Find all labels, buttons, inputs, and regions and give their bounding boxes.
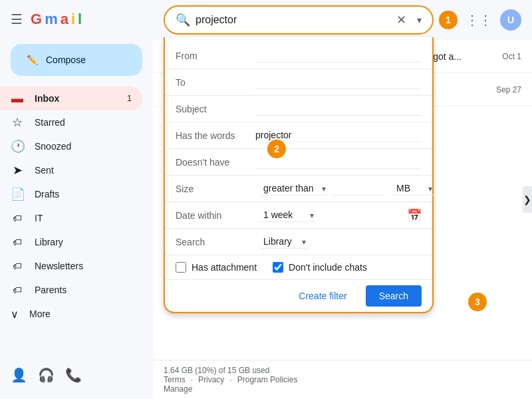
- manage-link[interactable]: Manage: [164, 384, 192, 394]
- parents-label: Parents: [35, 285, 132, 295]
- sidebar-item-snoozed[interactable]: 🕐 Snoozed: [0, 134, 142, 158]
- sent-icon: ➤: [11, 163, 24, 178]
- email-date: Oct 1: [502, 52, 521, 61]
- from-input[interactable]: [255, 49, 422, 63]
- library-icon: 🏷: [11, 237, 24, 247]
- sidebar-item-drafts[interactable]: 📄 Drafts: [0, 182, 142, 206]
- inbox-icon: ▬: [11, 92, 24, 106]
- drafts-icon: 📄: [11, 187, 24, 201]
- from-row: From: [165, 43, 432, 69]
- search-panel: From To Subject Has the words: [164, 37, 434, 313]
- storage-text: 1.64 GB (10%) of 15 GB used: [164, 366, 269, 375]
- inbox-badge: 1: [127, 94, 132, 103]
- it-icon: 🏷: [11, 213, 24, 223]
- no-chats-label: Don't include chats: [289, 262, 367, 273]
- chat-icon[interactable]: 🎧: [38, 367, 55, 383]
- sidebar-item-starred[interactable]: ☆ Starred: [0, 110, 142, 134]
- to-label: To: [176, 77, 255, 88]
- calendar-icon[interactable]: 📅: [407, 208, 422, 223]
- parents-icon: 🏷: [11, 285, 24, 295]
- sidebar-item-library[interactable]: 🏷 Library: [0, 230, 142, 254]
- search-in-wrapper: All Mail Inbox Starred Sent Drafts Libra…: [261, 235, 307, 249]
- it-label: IT: [35, 213, 132, 223]
- apps-icon[interactable]: ⋮⋮: [463, 9, 495, 31]
- size-unit-wrapper: MB KB Bytes: [394, 182, 434, 196]
- search-in-row: Search All Mail Inbox Starred Sent Draft…: [165, 229, 432, 255]
- size-unit-select[interactable]: MB KB Bytes: [394, 182, 434, 196]
- date-label: Date within: [176, 210, 255, 221]
- search-button[interactable]: Search: [366, 285, 422, 307]
- newsletters-label: Newsletters: [35, 261, 132, 271]
- from-label: From: [176, 51, 255, 61]
- search-in-label: Search: [176, 237, 255, 247]
- logo-a: a: [61, 11, 68, 28]
- has-words-row: Has the words: [165, 122, 432, 149]
- no-chats-item[interactable]: Don't include chats: [273, 262, 367, 273]
- terms-link[interactable]: Terms: [164, 375, 186, 384]
- meet-icon[interactable]: 📞: [65, 367, 82, 383]
- star-icon: ☆: [11, 115, 24, 130]
- size-row: Size greater than less than MB KB Bytes: [165, 176, 432, 202]
- inbox-label: Inbox: [35, 93, 116, 104]
- has-attachment-label: Has attachment: [192, 262, 257, 273]
- size-label: Size: [176, 184, 255, 194]
- more-label: More: [29, 309, 51, 319]
- drafts-label: Drafts: [35, 189, 132, 200]
- gmail-logo: Gmail: [31, 11, 82, 28]
- size-comparison-select[interactable]: greater than less than: [261, 182, 327, 196]
- doesnt-have-input[interactable]: [255, 155, 422, 169]
- hamburger-icon[interactable]: ☰: [11, 11, 23, 27]
- doesnt-have-row: Doesn't have: [165, 149, 432, 176]
- create-filter-button[interactable]: Create filter: [288, 285, 357, 307]
- snoozed-label: Snoozed: [35, 141, 132, 152]
- more-button[interactable]: ∨ More: [0, 302, 153, 326]
- sidebar-item-newsletters[interactable]: 🏷 Newsletters: [0, 254, 142, 278]
- user-avatar[interactable]: U: [500, 9, 521, 31]
- has-attachment-item[interactable]: Has attachment: [176, 262, 257, 273]
- logo-l: l: [78, 11, 82, 28]
- topbar-right: 1 ⋮⋮ U: [439, 9, 521, 31]
- scroll-handle[interactable]: ❯: [523, 186, 532, 213]
- size-comparison-wrapper: greater than less than: [261, 182, 327, 196]
- annotation-1: 1: [439, 11, 458, 29]
- size-value-input[interactable]: [332, 182, 386, 196]
- sidebar-item-inbox[interactable]: ▬ Inbox 1: [0, 86, 142, 110]
- subject-input[interactable]: [255, 102, 422, 116]
- library-label: Library: [35, 237, 132, 247]
- date-row: Date within 1 day 3 days 1 week 2 weeks …: [165, 202, 432, 229]
- search-dropdown-icon[interactable]: ▾: [412, 12, 427, 28]
- sidebar-footer: 👤 🎧 📞: [0, 356, 153, 394]
- no-chats-checkbox[interactable]: [273, 262, 283, 273]
- search-input[interactable]: [196, 14, 391, 26]
- date-select[interactable]: 1 day 3 days 1 week 2 weeks 1 month 2 mo…: [261, 208, 315, 222]
- privacy-link[interactable]: Privacy: [198, 375, 224, 384]
- to-input[interactable]: [255, 75, 422, 89]
- has-attachment-checkbox[interactable]: [176, 262, 186, 273]
- logo-i: i: [71, 11, 75, 28]
- starred-label: Starred: [35, 117, 132, 128]
- subject-row: Subject: [165, 96, 432, 122]
- has-words-input[interactable]: [255, 128, 422, 142]
- to-row: To: [165, 69, 432, 96]
- sidebar-item-parents[interactable]: 🏷 Parents: [0, 278, 142, 302]
- search-container: 🔍 ✕ ▾ From To Subject: [164, 5, 434, 35]
- clear-search-icon[interactable]: ✕: [391, 10, 412, 30]
- separator-1: ·: [191, 375, 193, 384]
- compose-button[interactable]: ✏️ Compose: [11, 44, 142, 76]
- sidebar-item-sent[interactable]: ➤ Sent: [0, 158, 142, 182]
- date-select-wrapper: 1 day 3 days 1 week 2 weeks 1 month 2 mo…: [261, 208, 315, 222]
- search-icon: 🔍: [170, 13, 196, 27]
- search-in-select[interactable]: All Mail Inbox Starred Sent Drafts Libra…: [261, 235, 307, 249]
- email-date: Sep 27: [496, 85, 521, 94]
- checkbox-row: Has attachment Don't include chats: [165, 255, 432, 279]
- logo-g: G: [31, 11, 42, 28]
- contacts-icon[interactable]: 👤: [11, 367, 27, 383]
- footer-links: Terms · Privacy · Program Policies: [164, 375, 521, 384]
- logo-m-blue: m: [45, 11, 58, 28]
- newsletters-icon: 🏷: [11, 261, 24, 271]
- program-link[interactable]: Program Policies: [237, 375, 298, 384]
- chevron-down-icon: ∨: [11, 308, 19, 321]
- sidebar-item-it[interactable]: 🏷 IT: [0, 206, 142, 230]
- main-content: 🔍 ✕ ▾ From To Subject: [153, 0, 532, 399]
- search-box: 🔍 ✕ ▾: [164, 5, 434, 35]
